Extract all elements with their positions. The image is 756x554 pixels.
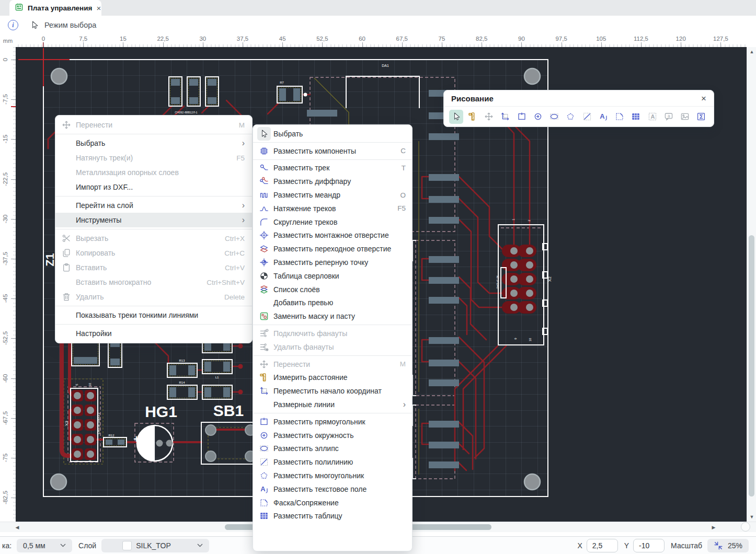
menu-item[interactable]: AРазместить текстовое поле	[253, 482, 412, 496]
menu-item-shortcut: C	[400, 147, 406, 155]
svg-text:L1: L1	[215, 376, 219, 379]
scroll-left-icon[interactable]: ◀	[13, 525, 22, 530]
menu-item[interactable]: Разместить компонентыC	[253, 144, 412, 158]
menu-item[interactable]: Таблица сверловки	[253, 269, 412, 283]
tool-chamfer[interactable]	[613, 110, 627, 124]
menu-item[interactable]: Список слоёв	[253, 283, 412, 296]
panel-close-icon[interactable]: ×	[701, 94, 706, 103]
tool-rectangle[interactable]	[514, 110, 529, 124]
menu-item[interactable]: Разместить полилинию	[253, 455, 412, 469]
menu-item-shortcut: Ctrl+X	[225, 235, 245, 243]
menu-item[interactable]: Разместить прямоугольник	[253, 415, 412, 429]
menu-item[interactable]: Удалить фанауты	[253, 340, 412, 354]
menu-item[interactable]: Разместить окружность	[253, 429, 412, 442]
menu-item[interactable]: Разместить диффпару	[253, 175, 412, 188]
menu-item-label: Копировать	[76, 249, 216, 257]
layer-label: Слой	[78, 541, 96, 550]
corner-widget[interactable]	[741, 522, 750, 532]
scissors-icon	[60, 232, 73, 245]
menu-item[interactable]: Разместить таблицу	[253, 510, 412, 523]
menu-item[interactable]: Скругление треков	[253, 215, 412, 229]
tool-image[interactable]	[678, 110, 692, 124]
x-coordinate-input[interactable]	[587, 539, 618, 552]
menu-item[interactable]: Показывать треки тонкими линиями	[55, 308, 252, 322]
grid-step-select[interactable]: 0,5 мм	[17, 539, 72, 552]
menu-item-label: Разместить таблицу	[273, 512, 406, 520]
menu-item[interactable]: Разместить меандрO	[253, 188, 412, 202]
copy-icon	[60, 246, 73, 260]
menu-item[interactable]: Фаска/Сопряжение	[253, 496, 412, 510]
horizontal-ruler: 07,51522,53037,54552,56067,57582,59097,5…	[16, 34, 747, 47]
svg-text:A: A	[260, 485, 266, 493]
menu-item[interactable]: Разместить многоугольник	[253, 469, 412, 482]
menu-item[interactable]: Заменить маску и пасту	[253, 309, 412, 323]
tool-select[interactable]	[449, 110, 463, 124]
menu-item[interactable]: Выбрать›	[55, 136, 252, 151]
menu-item[interactable]: Добавить превью	[253, 296, 412, 310]
tool-formula[interactable]	[694, 110, 708, 124]
icon-slot	[60, 180, 73, 194]
tool-polygon[interactable]	[564, 110, 578, 124]
drawing-panel-header[interactable]: Рисование ×	[444, 90, 714, 107]
menu-item[interactable]: Подключить фанауты	[253, 327, 412, 340]
scroll-down-icon[interactable]: ▼	[747, 514, 756, 520]
menu-item[interactable]: Разместить трекT	[253, 161, 412, 175]
menu-item-label: Фаска/Сопряжение	[273, 499, 406, 507]
tool-polyline[interactable]	[580, 110, 594, 124]
cursor-icon	[257, 127, 271, 141]
svg-text:СНП16-10ВУ3-2: СНП16-10ВУ3-2	[97, 413, 100, 434]
menu-separator	[55, 134, 252, 134]
menu-item-label: Список слоёв	[273, 285, 406, 294]
scroll-right-icon[interactable]: ▶	[709, 525, 718, 530]
layer-select[interactable]: SILK_TOP	[101, 539, 209, 552]
tool-measure-distance[interactable]	[465, 110, 479, 124]
tab-close-icon[interactable]: ×	[96, 4, 101, 12]
ruler-label: -37,5	[2, 252, 8, 266]
tool-circle[interactable]	[531, 110, 545, 124]
menu-item[interactable]: ВырезатьCtrl+X	[55, 231, 252, 246]
info-icon[interactable]: i	[8, 20, 18, 30]
menu-item-label: Таблица сверловки	[273, 272, 406, 280]
menu-item[interactable]: УдалитьDelete	[55, 290, 252, 304]
tool-note[interactable]: a	[661, 110, 675, 124]
menu-item[interactable]: ПеренестиM	[55, 118, 252, 132]
menu-item[interactable]: Выбрать	[253, 127, 412, 141]
menu-item[interactable]: ПеренестиM	[253, 357, 412, 371]
menu-item[interactable]: Инструменты›	[55, 213, 252, 227]
vertical-scrollbar[interactable]: ▲ ▼	[747, 47, 756, 522]
menu-item[interactable]: Переместить начало координат	[253, 384, 412, 398]
tool-text-field[interactable]: A	[596, 110, 610, 124]
menu-item[interactable]: Импорт из DXF...	[55, 180, 252, 194]
menu-item[interactable]: Размерные линии›	[253, 398, 412, 411]
menu-item[interactable]: Разместить переходное отверстие	[253, 242, 412, 256]
y-coordinate-input[interactable]	[633, 539, 665, 552]
menu-item[interactable]: Натянуть трек(и)F5	[55, 151, 252, 165]
tab-board[interactable]: Плата управления ×	[9, 0, 101, 16]
zoom-control[interactable]: 25%	[707, 539, 749, 552]
menu-item[interactable]: Настройки	[55, 326, 252, 341]
menu-item[interactable]: Разместить монтажное отверстие	[253, 229, 412, 243]
tool-move-origin[interactable]	[498, 110, 512, 124]
menu-item[interactable]: Перейти на слой›	[55, 198, 252, 213]
menu-item[interactable]: Разместить эллипс	[253, 442, 412, 456]
menu-item[interactable]: Вставить многократноCtrl+Shift+V	[55, 275, 252, 290]
tools-submenu: ВыбратьРазместить компонентыCРазместить …	[253, 124, 413, 551]
tool-ellipse[interactable]	[547, 110, 562, 124]
vertical-scroll-thumb[interactable]	[749, 235, 754, 497]
scroll-up-icon[interactable]: ▲	[747, 49, 756, 54]
menu-item[interactable]: Измерить расстояние	[253, 371, 412, 385]
zoom-fit-icon[interactable]	[714, 541, 723, 550]
svg-text:R13: R13	[179, 359, 185, 362]
menu-item-label: Переместить начало координат	[273, 387, 406, 395]
chevron-down-icon	[197, 544, 203, 547]
menu-item-label: Разместить эллипс	[273, 444, 406, 453]
menu-item[interactable]: КопироватьCtrl+C	[55, 246, 252, 260]
menu-item[interactable]: ВставитьCtrl+V	[55, 260, 252, 275]
tool-table[interactable]	[629, 110, 643, 124]
menu-item[interactable]: Разместить реперную точку	[253, 256, 412, 269]
menu-item-label: Инструменты	[76, 216, 234, 224]
tool-text[interactable]: A	[645, 110, 659, 124]
menu-item[interactable]: Металлизация опорных слоев	[55, 165, 252, 180]
menu-item[interactable]: Натяжение трековF5	[253, 202, 412, 215]
tool-move[interactable]	[482, 110, 496, 124]
